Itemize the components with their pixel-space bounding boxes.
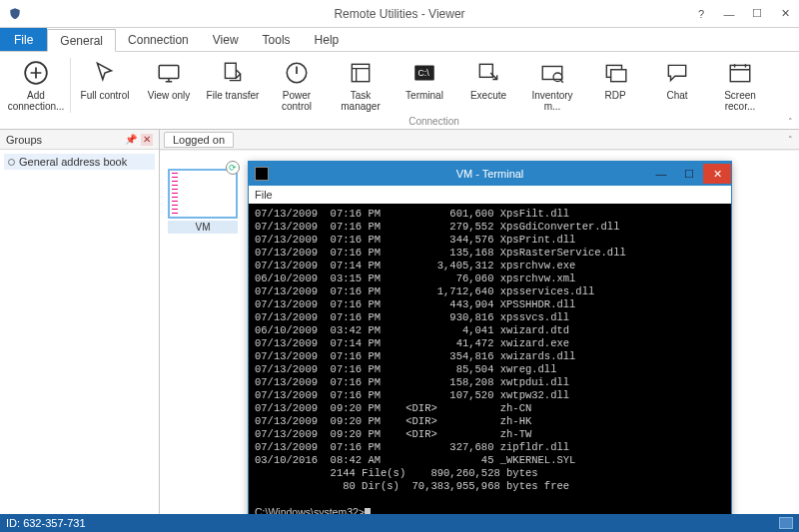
svg-rect-2 [225,63,236,78]
view-only-button[interactable]: View only [137,54,201,115]
status-id-label: ID: [6,517,20,529]
terminal-icon: C:\ [411,60,437,86]
terminal-file-menu[interactable]: File [255,189,273,201]
power-control-button[interactable]: Power control [265,54,329,115]
rdp-icon [602,60,628,86]
terminal-menu-bar: File [249,186,731,204]
menu-bar: File General Connection View Tools Help [0,28,799,52]
chat-icon [664,60,690,86]
app-title: Remote Utilities - Viewer [334,7,464,21]
ribbon-group-caption: Connection [73,115,795,129]
execute-icon [475,60,501,86]
terminal-close-button[interactable]: ✕ [703,164,731,184]
app-icon [8,7,22,21]
ribbon-toolbar: Add connection... Full control View only… [0,52,799,130]
status-tray-icon[interactable] [779,517,793,529]
svg-rect-4 [352,64,369,81]
pin-icon[interactable]: 📌 [125,134,137,145]
terminal-window-icon [255,167,269,181]
tab-connection[interactable]: Connection [116,28,201,51]
rdp-button[interactable]: RDP [584,54,646,115]
svg-rect-7 [479,64,492,77]
address-book-item[interactable]: General address book [4,154,155,170]
svg-rect-11 [611,70,626,82]
content-area: Logged on ˄ ⟳ VM VM - Terminal — ☐ ✕ [160,130,799,514]
tab-help[interactable]: Help [303,28,352,51]
ribbon-collapse-chevron[interactable]: ˄ [788,117,793,127]
refresh-bubble-icon[interactable]: ⟳ [226,161,240,175]
content-collapse-chevron[interactable]: ˄ [788,135,793,145]
inventory-button[interactable]: Inventory m... [520,54,584,115]
tab-general[interactable]: General [47,29,116,52]
svg-text:C:\: C:\ [418,68,430,78]
svg-rect-12 [730,65,750,81]
inventory-icon [539,60,565,86]
plus-circle-icon [23,60,49,86]
groups-panel: Groups 📌 ✕ General address book [0,130,160,514]
panel-close-icon[interactable]: ✕ [141,134,153,146]
groups-panel-header: Groups 📌 ✕ [0,130,159,150]
svg-point-9 [553,73,562,82]
file-transfer-icon [220,60,246,86]
vm-thumbnail[interactable]: ⟳ VM [168,169,238,234]
calendar-icon [727,60,753,86]
tab-view[interactable]: View [201,28,251,51]
status-bar: ID: 632-357-731 [0,514,799,532]
terminal-minimize-button[interactable]: — [647,164,675,184]
maximize-button[interactable]: ☐ [743,4,771,24]
close-button[interactable]: ✕ [771,4,799,24]
file-transfer-button[interactable]: File transfer [201,54,265,115]
svg-rect-1 [159,65,179,78]
chat-button[interactable]: Chat [646,54,708,115]
add-connection-button[interactable]: Add connection... [4,54,68,115]
status-dot-icon [8,159,15,166]
terminal-title: VM - Terminal [456,168,524,180]
terminal-window: VM - Terminal — ☐ ✕ File 07/13/2009 07:1… [248,161,732,527]
task-manager-button[interactable]: Task manager [329,54,393,115]
add-connection-label: Add connection... [6,90,66,112]
terminal-maximize-button[interactable]: ☐ [675,164,703,184]
content-header: Logged on ˄ [160,130,799,150]
tab-tools[interactable]: Tools [251,28,303,51]
full-control-button[interactable]: Full control [73,54,137,115]
cursor-icon [92,60,118,86]
terminal-titlebar[interactable]: VM - Terminal — ☐ ✕ [249,162,731,186]
address-book-label: General address book [19,156,127,168]
content-tab-logged-on[interactable]: Logged on [164,132,234,148]
terminal-output[interactable]: 07/13/2009 07:16 PM 601,600 XpsFilt.dll … [249,204,731,526]
groups-panel-title: Groups [6,134,42,146]
terminal-button[interactable]: C:\ Terminal [393,54,456,115]
power-icon [284,60,310,86]
help-button[interactable]: ? [687,4,715,24]
task-manager-icon [348,60,374,86]
vm-thumbnail-label: VM [168,221,238,234]
file-menu[interactable]: File [0,28,47,51]
status-id-value: 632-357-731 [23,517,85,529]
monitor-icon [156,60,182,86]
screen-recorder-button[interactable]: Screen recor... [708,54,772,115]
execute-button[interactable]: Execute [456,54,520,115]
app-titlebar: Remote Utilities - Viewer ? — ☐ ✕ [0,0,799,28]
minimize-button[interactable]: — [715,4,743,24]
